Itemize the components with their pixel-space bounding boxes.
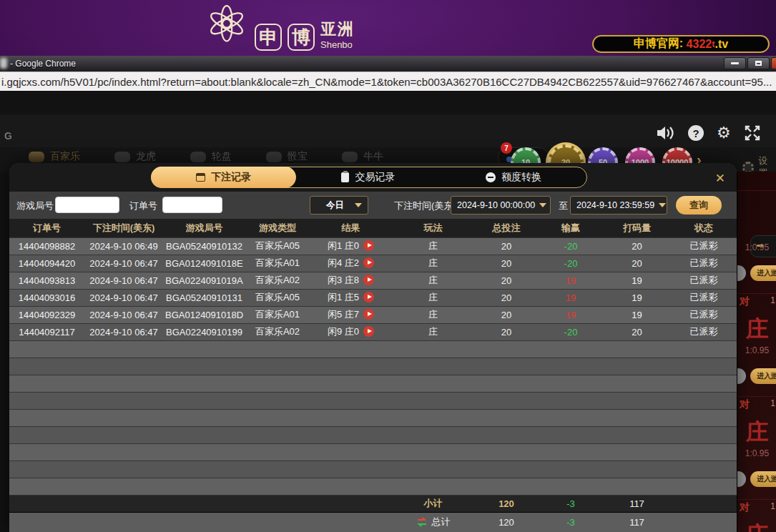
enter-game-button[interactable]: 进入游 (750, 471, 776, 487)
win-loss-cell: -20 (539, 255, 603, 272)
baccarat-tile[interactable]: 庄1:0.95进入游 (737, 190, 776, 293)
date-preset-value: 今日 (326, 200, 344, 212)
to-label: 至 (559, 200, 568, 212)
baccarat-tile[interactable]: 对1庄1:0.95进入游 (737, 499, 776, 532)
cell: 20 (474, 289, 539, 306)
nav-item-label: 轮盘 (212, 150, 232, 163)
close-modal-button[interactable]: ✕ (715, 171, 725, 186)
play-video-icon[interactable] (363, 292, 374, 302)
play-video-icon[interactable] (363, 309, 374, 320)
flower-logo-icon (205, 3, 249, 54)
empty-cell (474, 443, 539, 460)
subtotal-label: 小计 (392, 495, 474, 512)
empty-cell (84, 426, 163, 443)
enter-game-button[interactable]: 进入游 (750, 368, 776, 384)
secondary-button[interactable] (737, 471, 746, 487)
game-round-label: 游戏局号 (16, 200, 54, 212)
empty-cell (474, 375, 539, 392)
enter-game-button[interactable]: 进入游 (750, 265, 776, 281)
baccarat-tile[interactable]: 对1庄1:0.95进入游 (737, 396, 776, 499)
result-cell: 闲4 庄2 (310, 255, 392, 272)
banker-bet-label[interactable]: 庄 (737, 314, 776, 345)
secondary-button[interactable] (737, 368, 746, 384)
nav-item-龙虎[interactable]: 龙虎 (114, 150, 156, 163)
coin-transfer-icon (486, 172, 496, 182)
empty-cell (245, 358, 310, 375)
cell: BGA0124091018D (163, 306, 245, 323)
play-video-icon[interactable] (363, 326, 374, 337)
table-row: 144040988822024-9-10 06:49BGA05240910132… (9, 237, 737, 255)
play-video-icon[interactable] (363, 275, 374, 285)
column-header: 下注时间(美东) (84, 219, 163, 237)
window-title: - Google Chrome (10, 59, 76, 69)
game-category-icon (342, 152, 358, 162)
game-category-icon (114, 152, 130, 162)
empty-cell (245, 392, 310, 409)
cell: 已派彩 (671, 289, 737, 306)
maximize-button[interactable] (747, 57, 770, 69)
logo-char-box: 博 (288, 24, 315, 51)
cell: 2024-9-10 06:49 (84, 237, 163, 255)
volume-icon[interactable] (657, 125, 675, 141)
gear-icon[interactable]: ⚙ (717, 125, 731, 141)
nav-item-label: 龙虎 (136, 150, 156, 163)
empty-cell (539, 478, 603, 495)
empty-cell (603, 392, 671, 409)
search-button[interactable]: 查询 (676, 196, 722, 215)
play-video-icon[interactable] (363, 257, 374, 268)
nav-item-轮盘[interactable]: 轮盘 (190, 150, 232, 163)
chevron-down-icon (355, 203, 362, 207)
screen: 申 博 亚洲 Shenbo 申博官网: 4322 t .tv - Google … (0, 0, 776, 532)
empty-cell (392, 478, 474, 495)
official-site-pill: 申博官网: 4322 t .tv (592, 35, 770, 53)
cell: 20 (474, 255, 539, 272)
banker-bet-label[interactable]: 庄 (737, 417, 776, 448)
table-row: 144040930162024-9-10 06:47BGA05240910131… (9, 289, 737, 306)
official-site-suffix: .tv (715, 38, 729, 51)
help-icon[interactable]: ? (688, 125, 704, 141)
cell: 2024-9-10 06:47 (84, 272, 163, 289)
tab-bet-records[interactable]: 下注记录 (151, 167, 296, 188)
game-round-input[interactable] (55, 197, 119, 213)
table-row: 144040938132024-9-10 06:47BGA0224091019A… (9, 272, 737, 289)
baccarat-tile[interactable]: 对1庄1:0.95进入游 (737, 293, 776, 396)
tab-credit-transfer[interactable]: 额度转换 (441, 167, 586, 187)
nav-item-牛牛[interactable]: 牛牛 (342, 150, 383, 163)
banker-bet-label[interactable]: 庄 (737, 520, 776, 532)
empty-cell (84, 375, 163, 392)
address-bar[interactable]: i.gqjcxs.com/h5V01/pc/index.html?return=… (0, 72, 776, 92)
clipboard-icon (341, 172, 349, 182)
nav-item-骰宝[interactable]: 骰宝 (266, 150, 308, 163)
column-header: 打码量 (603, 219, 671, 237)
cell: 已派彩 (671, 255, 737, 272)
result-text: 闲5 庄7 (328, 309, 359, 320)
fullscreen-icon[interactable] (744, 124, 761, 142)
play-video-icon[interactable] (363, 240, 374, 251)
pair-bet-label: 对 (740, 295, 750, 308)
order-no-label: 订单号 (129, 200, 157, 212)
secondary-button[interactable] (737, 265, 746, 281)
nav-item-百家乐[interactable]: 百家乐 (29, 150, 80, 163)
cell: 14404093016 (9, 289, 84, 306)
table-row: 144040921172024-9-10 06:47BGA02240910199… (9, 323, 737, 340)
pair-odds-fragment: 1 (770, 295, 775, 305)
empty-cell (310, 426, 392, 443)
empty-cell (310, 478, 392, 495)
chevron-down-icon (659, 203, 666, 207)
empty-cell (245, 409, 310, 426)
minimize-button[interactable] (724, 57, 746, 69)
tab-transaction-records[interactable]: 交易记录 (295, 167, 441, 187)
modal-tabs: 下注记录 交易记录 额度转换 (151, 167, 587, 188)
result-text: 闲9 庄0 (328, 326, 359, 337)
column-header: 订单号 (9, 219, 84, 237)
date-to-dropdown[interactable]: 2024-9-10 23:59:59 (570, 196, 667, 215)
order-no-input[interactable] (162, 197, 222, 213)
cell: BGA02240910199 (163, 323, 245, 340)
empty-cell (603, 443, 671, 460)
pair-odds-fragment: 1 (770, 501, 775, 511)
refresh-swap-icon[interactable] (416, 517, 428, 527)
date-preset-dropdown[interactable]: 今日 (310, 196, 368, 215)
tile-buttons: 进入游 (737, 265, 776, 281)
date-from-dropdown[interactable]: 2024-9-10 00:00:00 (451, 196, 551, 215)
close-window-button[interactable] (771, 57, 776, 69)
